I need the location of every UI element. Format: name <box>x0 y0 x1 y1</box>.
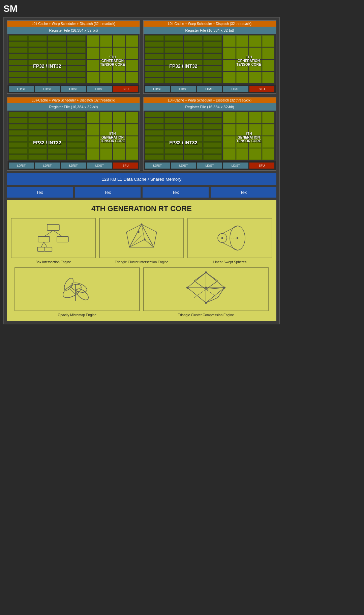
tensor-cell <box>223 60 236 71</box>
core-cell <box>164 54 183 59</box>
core-cell <box>9 54 28 59</box>
tensor-cell <box>113 124 125 136</box>
core-cell <box>203 136 222 142</box>
core-cell <box>145 118 164 123</box>
fp32-grid-tl <box>9 35 86 83</box>
sfu-btn-tr: SFU <box>249 86 274 92</box>
core-cell <box>203 72 222 77</box>
core-cell <box>28 112 47 117</box>
ldst-btn-3: LD/ST <box>61 86 86 92</box>
core-cell <box>203 41 222 47</box>
core-cell <box>28 72 47 77</box>
tensor-cell <box>100 112 113 123</box>
linear-swept-spheres-engine: Linear Swept Spheres <box>187 218 272 264</box>
box-intersection-box <box>11 218 96 258</box>
core-cell <box>164 72 183 77</box>
quadrant-grid: L0 i-Cache + Warp Scheduler + Dispatch (… <box>7 20 276 171</box>
core-cell <box>28 78 47 83</box>
core-cell <box>145 78 164 83</box>
core-cell <box>48 60 66 65</box>
tex-btn-3: Tex <box>143 187 209 198</box>
rt-core: 4TH GENERATION RT CORE <box>7 200 276 321</box>
tensor-cell <box>249 136 262 148</box>
ldst-btn-15: LD/ST <box>197 163 222 169</box>
fp32-section-tl: FP32 / INT32 <box>9 35 86 83</box>
svg-line-15 <box>139 232 154 247</box>
core-cell <box>67 124 86 129</box>
tensor-cell <box>100 136 113 148</box>
register-file-tr: Register File (16,384 x 32-bit) <box>144 27 276 34</box>
sfu-btn-bl: SFU <box>113 163 138 169</box>
core-cell <box>28 124 47 129</box>
tensor-cell <box>262 48 275 59</box>
core-cell <box>28 154 47 160</box>
tensor-cell <box>113 48 125 59</box>
core-cell <box>67 78 86 83</box>
core-cell <box>184 136 203 142</box>
core-cell <box>145 48 164 53</box>
tensor-cell <box>262 124 275 136</box>
core-cell <box>28 48 47 53</box>
core-cell <box>48 136 66 142</box>
core-cell <box>9 112 28 117</box>
tex-btn-4: Tex <box>211 187 277 198</box>
quadrant-bottom-left: L0 i-Cache + Warp Scheduler + Dispatch (… <box>7 97 140 171</box>
svg-point-16 <box>141 224 142 225</box>
core-cell <box>184 154 203 160</box>
core-cell <box>164 148 183 154</box>
tensor-cell <box>126 124 139 136</box>
core-cell <box>28 66 47 71</box>
tensor-cell <box>126 148 139 160</box>
core-cell <box>203 78 222 83</box>
core-cell <box>48 48 66 53</box>
core-cell <box>203 54 222 59</box>
tensor-cell <box>113 35 125 47</box>
core-cell <box>164 41 183 47</box>
tensor-cell <box>262 72 275 83</box>
fp32-grid-tr <box>145 35 222 83</box>
core-cell <box>164 130 183 136</box>
tensor-cell <box>236 60 249 71</box>
core-cell <box>9 142 28 148</box>
core-cell <box>184 54 203 59</box>
tensor-grid-br <box>223 112 274 160</box>
core-area-bl: FP32 / INT32 <box>7 111 140 161</box>
triangle-cluster-compression-label: Triangle Cluster Compression Engine <box>178 313 234 317</box>
core-cell <box>203 130 222 136</box>
ldst-btn-7: LD/ST <box>197 86 222 92</box>
core-cell <box>67 35 86 41</box>
tensor-cell <box>262 148 275 160</box>
sm-container: L0 i-Cache + Warp Scheduler + Dispatch (… <box>3 17 280 324</box>
tensor-cell <box>113 148 125 160</box>
core-area-tr: FP32 / INT32 <box>144 34 276 85</box>
core-cell <box>67 54 86 59</box>
tensor-cell <box>100 72 113 83</box>
tensor-cell <box>236 136 249 148</box>
tensor-cell <box>249 112 262 123</box>
core-cell <box>203 124 222 129</box>
svg-line-21 <box>222 226 238 234</box>
svg-line-5 <box>41 242 44 247</box>
tensor-section-br: 5THGENERATIONTENSOR CORE <box>223 112 274 160</box>
tensor-cell <box>87 72 99 83</box>
core-cell <box>9 154 28 160</box>
warp-scheduler-tl: L0 i-Cache + Warp Scheduler + Dispatch (… <box>7 21 140 27</box>
fp32-grid-br <box>145 112 222 160</box>
core-cell <box>203 48 222 53</box>
core-cell <box>28 41 47 47</box>
core-cell <box>203 35 222 41</box>
tensor-cell <box>223 136 236 148</box>
core-cell <box>9 35 28 41</box>
core-cell <box>164 118 183 123</box>
core-cell <box>48 142 66 148</box>
box-intersection-engine: Box Intersection Engine <box>11 218 96 264</box>
core-cell <box>164 112 183 117</box>
tensor-cell <box>113 60 125 71</box>
core-cell <box>203 60 222 65</box>
core-cell <box>9 130 28 136</box>
tensor-cell <box>100 35 113 47</box>
tensor-cell <box>236 35 249 47</box>
fp32-section-br: FP32 / INT32 <box>145 112 222 160</box>
ldst-btn-14: LD/ST <box>171 163 196 169</box>
ldst-btn-9: LD/ST <box>9 163 34 169</box>
